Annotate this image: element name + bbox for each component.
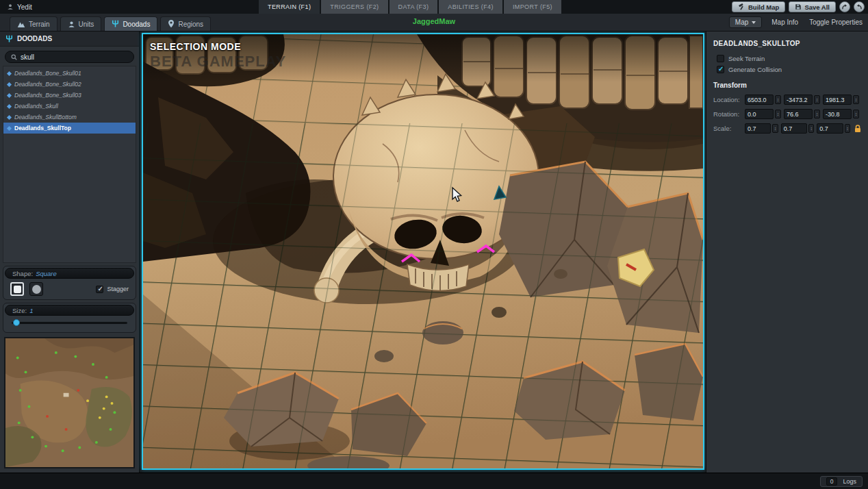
undo-button[interactable] bbox=[854, 1, 865, 12]
doodad-label: Deadlands_SkullTop bbox=[14, 125, 71, 131]
toggle-properties-button[interactable]: Toggle Properties bbox=[808, 18, 864, 26]
log-count-badge: 0 bbox=[826, 477, 838, 486]
map-name: JaggedMaw bbox=[413, 17, 455, 25]
stepper-icon[interactable]: ↕ bbox=[814, 95, 820, 104]
seek-terrain-checkbox[interactable] bbox=[717, 55, 724, 62]
mountain-icon bbox=[17, 21, 25, 28]
doodad-label: Deadlands_Skull bbox=[14, 103, 58, 110]
generate-collision-checkbox[interactable] bbox=[717, 66, 724, 73]
shape-label: Shape: bbox=[12, 270, 33, 277]
undo-icon bbox=[856, 3, 863, 10]
tab-terrain[interactable]: Terrain bbox=[10, 16, 58, 31]
tab-terrain-f1[interactable]: TERRAIN (F1) bbox=[259, 0, 320, 14]
shape-header: Shape: Square bbox=[5, 268, 134, 279]
doodads-panel: DOODADS Deadlands_Bone_Skull01 Deadlands… bbox=[0, 32, 140, 473]
slider-handle[interactable] bbox=[13, 319, 20, 326]
list-item-selected[interactable]: Deadlands_SkullTop bbox=[3, 123, 136, 134]
doodads-icon bbox=[112, 20, 119, 28]
slider-track bbox=[12, 322, 127, 324]
stepper-icon[interactable]: ↕ bbox=[775, 95, 781, 104]
search-box bbox=[5, 51, 134, 63]
size-slider[interactable] bbox=[12, 318, 127, 328]
circle-icon bbox=[32, 285, 41, 294]
doodad-label: Deadlands_Bone_Skull01 bbox=[14, 70, 81, 77]
properties-panel: DEADLANDS_SKULLTOP Seek Terrain Generate… bbox=[706, 32, 868, 473]
scale-label: Scale: bbox=[713, 125, 743, 132]
save-all-button[interactable]: Save All bbox=[789, 1, 836, 12]
seek-terrain-label: Seek Terrain bbox=[728, 55, 765, 62]
location-y-field[interactable]: -3473.2 bbox=[784, 95, 813, 105]
doodad-cube-icon bbox=[7, 103, 12, 108]
size-value: 1 bbox=[29, 307, 33, 314]
circle-brush-button[interactable] bbox=[29, 282, 43, 296]
mode-tab-strip: Terrain Units Doodads Regions bbox=[0, 16, 211, 31]
panel-header: DOODADS bbox=[0, 32, 139, 47]
stepper-icon[interactable]: ↕ bbox=[853, 110, 859, 118]
scale-y-field[interactable]: 0.7 bbox=[781, 123, 807, 134]
scale-lock-button[interactable] bbox=[854, 125, 861, 133]
rotation-row: Rotation: 0.0↕ 76.6↕ -30.8↕ bbox=[713, 109, 861, 119]
logs-button[interactable]: 0 Logs bbox=[820, 476, 863, 487]
stepper-icon[interactable]: ↕ bbox=[845, 124, 850, 133]
redo-button[interactable] bbox=[839, 1, 850, 12]
transform-section-title: Transform bbox=[713, 82, 861, 89]
search-icon bbox=[11, 54, 17, 60]
tab-data-f3[interactable]: DATA (F3) bbox=[390, 0, 438, 14]
status-bar: 0 Logs bbox=[0, 473, 868, 489]
scale-z-field[interactable]: 0.7 bbox=[817, 123, 843, 134]
list-item[interactable]: Deadlands_Skull bbox=[3, 101, 136, 112]
list-item[interactable]: Deadlands_Bone_Skull01 bbox=[3, 68, 136, 79]
selection-mode-label: SELECTION MODE bbox=[150, 41, 241, 52]
top-actions: Build Map Save All bbox=[732, 1, 865, 12]
doodad-cube-icon bbox=[7, 71, 12, 75]
tab-doodads-label: Doodads bbox=[123, 21, 150, 28]
stepper-icon[interactable]: ↕ bbox=[808, 124, 814, 133]
map-menu-button[interactable]: Map bbox=[729, 16, 762, 28]
doodad-cube-icon bbox=[7, 114, 12, 119]
rotation-z-field[interactable]: -30.8 bbox=[823, 109, 852, 119]
stagger-checkbox[interactable] bbox=[96, 286, 103, 293]
stepper-icon[interactable]: ↕ bbox=[853, 95, 859, 104]
tab-triggers-f2[interactable]: TRIGGERS (F2) bbox=[321, 0, 387, 14]
map-info-button[interactable]: Map Info bbox=[770, 18, 800, 26]
build-map-button[interactable]: Build Map bbox=[732, 1, 785, 12]
tab-regions-label: Regions bbox=[178, 21, 203, 28]
tab-import-f5[interactable]: IMPORT (F5) bbox=[504, 0, 561, 14]
tab-units[interactable]: Units bbox=[60, 16, 102, 31]
scale-x-field[interactable]: 0.7 bbox=[745, 123, 771, 134]
doodads-icon bbox=[5, 35, 13, 43]
search-input[interactable] bbox=[21, 53, 116, 61]
location-x-field[interactable]: 6503.0 bbox=[745, 95, 774, 105]
scale-row: Scale: 0.7↕ 0.7↕ 0.7↕ bbox=[713, 123, 861, 134]
list-item[interactable]: Deadlands_Bone_Skull02 bbox=[3, 79, 136, 90]
tab-doodads[interactable]: Doodads bbox=[104, 16, 157, 31]
app-logo: Yedit bbox=[0, 3, 39, 11]
doodad-cube-icon bbox=[7, 92, 12, 97]
location-row: Location: 6503.0↕ -3473.2↕ 1981.3↕ bbox=[713, 95, 861, 105]
scene-3d bbox=[143, 34, 703, 468]
redo-icon bbox=[841, 3, 848, 10]
shape-group: Shape: Square Stagger bbox=[3, 266, 136, 300]
list-item[interactable]: Deadlands_Bone_Skull03 bbox=[3, 90, 136, 101]
list-item[interactable]: Deadlands_SkullBottom bbox=[3, 112, 136, 123]
build-map-label: Build Map bbox=[748, 3, 779, 11]
stepper-icon[interactable]: ↕ bbox=[775, 110, 781, 118]
save-all-label: Save All bbox=[804, 3, 830, 11]
square-brush-button[interactable] bbox=[10, 282, 24, 296]
minimap[interactable] bbox=[4, 337, 135, 468]
rotation-x-field[interactable]: 0.0 bbox=[745, 109, 774, 119]
tab-terrain-label: Terrain bbox=[29, 21, 50, 28]
doodad-cube-icon bbox=[7, 125, 12, 130]
viewport[interactable]: SELECTION MODE BETA GAMEPLAY bbox=[142, 33, 704, 470]
size-header: Size: 1 bbox=[5, 305, 134, 316]
tab-regions[interactable]: Regions bbox=[160, 16, 211, 31]
stepper-icon[interactable]: ↕ bbox=[814, 110, 820, 118]
doodad-cube-icon bbox=[7, 82, 12, 86]
rotation-y-field[interactable]: 76.6 bbox=[784, 109, 813, 119]
location-z-field[interactable]: 1981.3 bbox=[823, 95, 852, 105]
stepper-icon[interactable]: ↕ bbox=[772, 124, 778, 133]
tab-abilities-f4[interactable]: ABILITIES (F4) bbox=[439, 0, 502, 14]
generate-collision-row: Generate Collision bbox=[713, 64, 861, 75]
top-tab-strip: TERRAIN (F1) TRIGGERS (F2) DATA (F3) ABI… bbox=[259, 0, 561, 14]
save-icon bbox=[795, 3, 802, 10]
